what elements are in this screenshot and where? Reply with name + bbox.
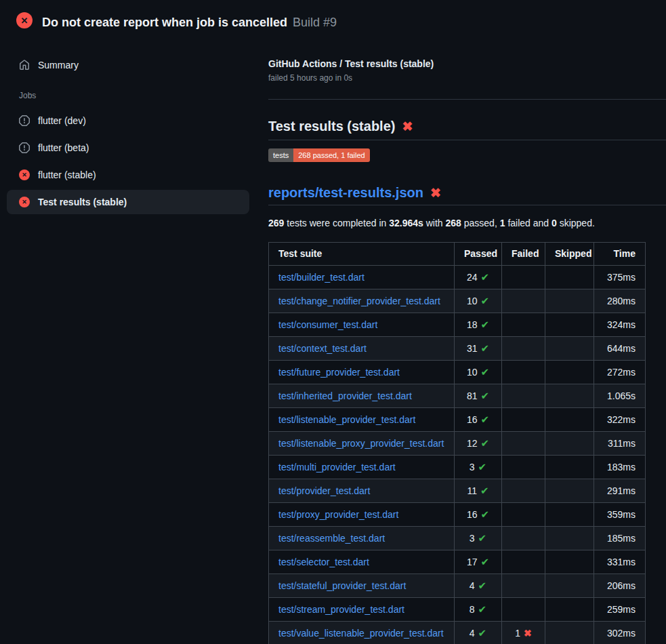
check-icon: ✔ [478, 580, 487, 591]
suite-link[interactable]: test/listenable_proxy_provider_test.dart [278, 438, 444, 449]
suite-link[interactable]: test/stream_provider_test.dart [278, 604, 404, 615]
breadcrumb: GitHub Actions / Test results (stable) [268, 58, 666, 69]
suite-cell: test/stream_provider_test.dart [269, 598, 455, 622]
table-row: test/consumer_test.dart18✔324ms [269, 313, 646, 337]
table-row: test/builder_test.dart24✔375ms [269, 266, 646, 289]
passed-cell: 11✔ [455, 479, 502, 503]
skipped-cell [545, 337, 594, 361]
table-row: test/inherited_provider_test.dart81✔1.06… [269, 384, 646, 408]
check-icon: ✔ [481, 414, 490, 425]
failed-cell [502, 384, 545, 408]
results-table-body: test/builder_test.dart24✔375mstest/chang… [269, 266, 646, 644]
passed-cell: 18✔ [455, 313, 502, 337]
summary-text: failed and [505, 218, 552, 228]
report-title: reports/test-results.json✖ [268, 184, 666, 202]
header-skipped: Skipped [545, 243, 594, 266]
table-row: test/change_notifier_provider_test.dart1… [269, 289, 646, 313]
build-number: Build #9 [293, 16, 337, 29]
suite-link[interactable]: test/context_test.dart [278, 343, 367, 354]
failed-cell [502, 527, 545, 550]
check-icon: ✔ [478, 532, 487, 544]
header-time: Time [594, 243, 646, 266]
summary-text: passed, [461, 218, 500, 228]
divider [268, 99, 666, 100]
suite-link[interactable]: test/change_notifier_provider_test.dart [278, 296, 440, 306]
check-icon: ✔ [481, 295, 490, 306]
sidebar-item-flutter-stable[interactable]: ✕ flutter (stable) [7, 163, 249, 187]
passed-number: 10 [467, 296, 478, 306]
time-cell: 272ms [594, 361, 646, 384]
suite-link[interactable]: test/multi_provider_test.dart [278, 462, 396, 472]
sidebar-item-flutter-dev[interactable]: flutter (dev) [7, 108, 249, 133]
passed-cell: 4✔ [455, 574, 502, 598]
report-file-link[interactable]: reports/test-results.json [268, 185, 423, 200]
skipped-cell [545, 598, 594, 622]
passed-number: 17 [467, 557, 478, 567]
suite-cell: test/future_provider_test.dart [269, 361, 455, 384]
sidebar-job-label: flutter (dev) [38, 115, 86, 126]
home-icon [19, 60, 30, 71]
suite-cell: test/provider_test.dart [269, 479, 455, 503]
failed-cell: 1✖ [502, 622, 545, 644]
table-row: test/multi_provider_test.dart3✔183ms [269, 456, 646, 479]
suite-link[interactable]: test/value_listenable_provider_test.dart [278, 628, 444, 639]
suite-link[interactable]: test/stateful_provider_test.dart [278, 580, 406, 591]
check-icon: ✔ [481, 342, 490, 354]
skipped-cell [545, 574, 594, 598]
table-row: test/stateful_provider_test.dart4✔206ms [269, 574, 646, 598]
suite-link[interactable]: test/consumer_test.dart [278, 319, 377, 330]
failed-cell [502, 574, 545, 598]
passed-number: 81 [467, 390, 478, 401]
table-row: test/proxy_provider_test.dart16✔359ms [269, 503, 646, 527]
passed-cell: 81✔ [455, 384, 502, 408]
sidebar-job-label: Test results (stable) [38, 197, 127, 207]
suite-link[interactable]: test/inherited_provider_test.dart [278, 390, 412, 401]
test-results-table: Test suite Passed Failed Skipped Time te… [268, 242, 646, 644]
skipped-cell [545, 289, 594, 313]
failed-cell [502, 479, 545, 503]
tests-status-badge: tests268 passed, 1 failed [268, 148, 370, 162]
time-cell: 359ms [594, 503, 646, 527]
table-row: test/listenable_provider_test.dart16✔322… [269, 408, 646, 432]
time-cell: 311ms [594, 432, 646, 456]
suite-link[interactable]: test/provider_test.dart [278, 485, 370, 496]
total-count: 269 [268, 218, 284, 228]
suite-cell: test/consumer_test.dart [269, 313, 455, 337]
suite-link[interactable]: test/proxy_provider_test.dart [278, 509, 398, 520]
failed-cell [502, 361, 545, 384]
passed-number: 3 [470, 533, 475, 544]
passed-cell: 8✔ [455, 598, 502, 622]
passed-number: 16 [467, 509, 478, 520]
suite-link[interactable]: test/builder_test.dart [278, 272, 365, 283]
suite-link[interactable]: test/future_provider_test.dart [278, 367, 400, 378]
table-row: test/stream_provider_test.dart8✔259ms [269, 598, 646, 622]
passed-cell: 16✔ [455, 408, 502, 432]
suite-cell: test/reassemble_test.dart [269, 527, 455, 550]
header-passed: Passed [455, 243, 502, 266]
passed-number: 11 [467, 485, 477, 496]
passed-cell: 3✔ [455, 456, 502, 479]
run-status-text: failed 5 hours ago in 0s [268, 73, 666, 83]
sidebar-item-test-results-stable[interactable]: ✕ Test results (stable) [7, 190, 249, 214]
passed-number: 4 [470, 628, 475, 639]
suite-link[interactable]: test/reassemble_test.dart [278, 533, 385, 544]
header-failed: Failed [502, 243, 545, 266]
passed-number: 18 [467, 319, 478, 330]
header-test-suite: Test suite [269, 243, 455, 266]
time-cell: 259ms [594, 598, 646, 622]
summary-line: 269 tests were completed in 32.964s with… [268, 216, 666, 230]
time-cell: 291ms [594, 479, 646, 503]
badge-value: 268 passed, 1 failed [293, 148, 369, 162]
summary-text: tests were completed in [284, 218, 389, 228]
suite-cell: test/multi_provider_test.dart [269, 456, 455, 479]
sidebar-item-summary[interactable]: Summary [7, 54, 249, 76]
failed-cell [502, 598, 545, 622]
failed-count: 1 [500, 218, 505, 228]
check-icon: ✔ [480, 485, 489, 496]
suite-link[interactable]: test/selector_test.dart [278, 557, 369, 567]
passed-cell: 4✔ [455, 622, 502, 644]
suite-link[interactable]: test/listenable_provider_test.dart [278, 414, 415, 425]
check-icon: ✔ [481, 390, 490, 401]
passed-cell: 10✔ [455, 361, 502, 384]
sidebar-item-flutter-beta[interactable]: flutter (beta) [7, 136, 249, 160]
